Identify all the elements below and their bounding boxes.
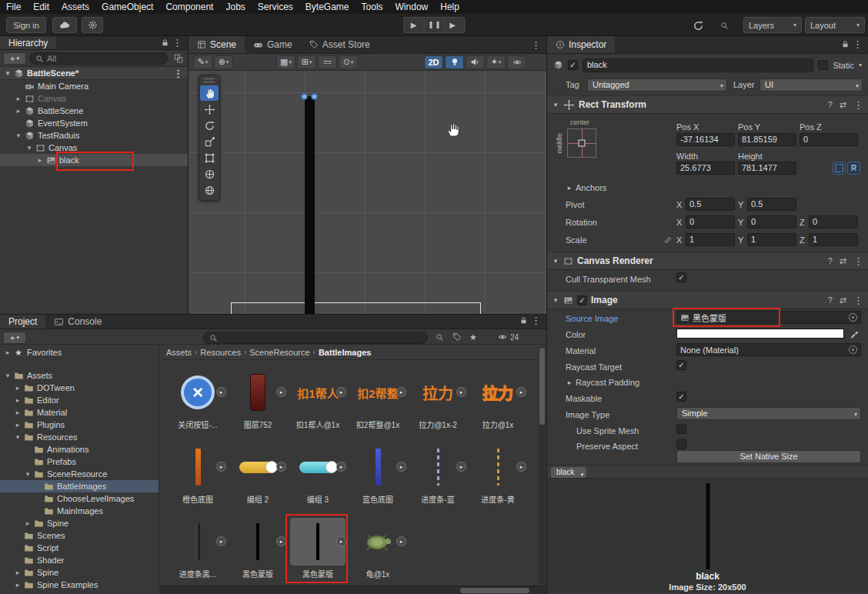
horizontal-scrollbar[interactable] [160, 586, 546, 594]
hierarchy-item-main-camera[interactable]: Main Camera [0, 80, 188, 92]
lock-icon[interactable] [161, 38, 169, 47]
hierarchy-search-input[interactable]: All [29, 52, 168, 65]
eyedropper-icon[interactable] [850, 329, 860, 339]
asset-item-13[interactable]: ▸黑色蒙版 [228, 518, 288, 592]
lighting-toggle[interactable] [445, 55, 464, 69]
color-swatch[interactable] [676, 329, 844, 339]
project-folder-scenes[interactable]: Scenes [0, 529, 159, 542]
rect-handle[interactable] [311, 93, 318, 100]
kebab-icon[interactable]: ⋮ [531, 39, 541, 51]
expand-subassets-button[interactable]: ▸ [336, 536, 346, 546]
menu-file[interactable]: File [0, 0, 27, 14]
expand-subassets-button[interactable]: ▸ [216, 387, 226, 397]
expand-arrow-icon[interactable]: ▾ [13, 433, 22, 441]
help-icon[interactable]: ? [828, 256, 833, 265]
menu-assets[interactable]: Assets [55, 0, 95, 14]
rotate-tool[interactable] [200, 118, 219, 133]
preserve-aspect-checkbox[interactable] [676, 439, 686, 449]
project-folder-mainimages[interactable]: MainImages [0, 505, 159, 517]
project-folder-resources[interactable]: ▾Resources [0, 431, 159, 443]
object-picker-icon[interactable] [849, 345, 857, 354]
expand-subassets-button[interactable]: ▸ [276, 462, 286, 472]
project-folder-favorites[interactable]: ▸★Favorites [0, 346, 159, 359]
hierarchy-item-battlescene[interactable]: ▸BattleScene [0, 105, 188, 117]
anchors-foldout-arrow[interactable]: ▸ [566, 184, 573, 192]
asset-item-5[interactable]: 拉力▸拉力@1x [468, 369, 528, 443]
project-folder-script[interactable]: Script [0, 542, 159, 554]
menu-component[interactable]: Component [159, 0, 219, 14]
expand-subassets-button[interactable]: ▸ [216, 462, 226, 472]
blueprint-mode-button[interactable] [833, 162, 846, 175]
set-native-size-button[interactable]: Set Native Size [676, 450, 861, 463]
raycast-target-checkbox[interactable]: ✓ [676, 360, 686, 370]
preview-object-dropdown[interactable]: black▾ [551, 467, 586, 478]
image-enabled-checkbox[interactable]: ✓ [577, 295, 587, 305]
presets-icon[interactable]: ⇄ [840, 295, 846, 305]
project-folder-spine-examples[interactable]: ▸Spine Examples [0, 579, 159, 591]
search-by-type-icon[interactable] [436, 332, 444, 342]
project-folder-assets[interactable]: ▾Assets [0, 369, 159, 382]
rect-handle[interactable] [301, 93, 308, 100]
expand-subassets-button[interactable]: ▸ [336, 462, 346, 472]
use-sprite-mesh-checkbox[interactable] [676, 424, 686, 434]
skybox-toggle-dropdown[interactable]: ⊕▾ [214, 55, 233, 69]
foldout-arrow-icon[interactable]: ▾ [552, 101, 559, 108]
view-tool[interactable] [200, 85, 219, 101]
project-folder-spine[interactable]: ▸Spine [0, 517, 159, 529]
foldout-arrow-icon[interactable]: ▾ [552, 257, 559, 265]
expand-subassets-button[interactable]: ▸ [396, 536, 406, 546]
expand-arrow-icon[interactable]: ▸ [23, 519, 32, 527]
tab-game[interactable]: Game [245, 36, 301, 53]
gameobject-name-field[interactable]: black [583, 58, 813, 72]
rotation-x-field[interactable]: 0 [686, 215, 735, 229]
search-favorites-icon[interactable]: ★ [469, 332, 477, 342]
asset-item-3[interactable]: 扣2帮整▸扣2帮整@1x [348, 369, 408, 443]
project-folder-material[interactable]: ▸Material [0, 406, 159, 419]
menu-window[interactable]: Window [389, 0, 435, 14]
asset-item-11[interactable]: ▸进度条-黄 [468, 443, 528, 518]
kebab-icon[interactable]: ⋮ [853, 255, 863, 267]
tab-inspector[interactable]: Inspector [547, 36, 615, 53]
anchors-label[interactable]: Anchors [576, 182, 606, 194]
static-flags-caret[interactable]: ▾ [859, 62, 862, 68]
menu-services[interactable]: Services [252, 0, 299, 14]
project-folder-battleimages[interactable]: BattleImages [0, 480, 159, 492]
expand-arrow-icon[interactable]: ▸ [13, 384, 22, 392]
tab-scene[interactable]: Scene [189, 36, 245, 53]
expand-subassets-button[interactable]: ▸ [216, 536, 226, 546]
expand-subassets-button[interactable]: ▸ [456, 462, 466, 472]
project-folder-plugins[interactable]: ▸Plugins [0, 419, 159, 431]
source-image-field[interactable]: 黑色蒙版 [676, 311, 861, 324]
scene-visibility-toggle[interactable] [507, 55, 526, 69]
canvas-renderer-header[interactable]: ▾ Canvas Renderer ?⇄⋮ [547, 252, 868, 270]
raw-edit-mode-button[interactable]: R [847, 162, 860, 175]
foldout-arrow-icon[interactable]: ▾ [552, 296, 559, 304]
vertical-scrollbar[interactable] [539, 346, 546, 585]
expand-arrow-icon[interactable]: ▸ [13, 396, 22, 404]
expand-arrow-icon[interactable]: ▾ [23, 470, 32, 478]
presets-icon[interactable]: ⇄ [840, 100, 846, 110]
rect-tool[interactable] [200, 150, 219, 165]
expand-subassets-button[interactable]: ▸ [336, 387, 346, 397]
search-window-icon[interactable] [174, 54, 183, 63]
hidden-packages-toggle[interactable]: 24 [497, 332, 519, 342]
width-field[interactable]: 25.6773 [676, 162, 735, 175]
hierarchy-item-eventsystem[interactable]: EventSystem [0, 117, 188, 129]
project-folder-shader[interactable]: Shader [0, 554, 159, 566]
project-search-input[interactable] [203, 332, 428, 344]
scale-z-field[interactable]: 1 [809, 233, 858, 246]
kebab-icon[interactable]: ⋮ [853, 99, 863, 111]
layer-dropdown[interactable]: UI▾ [760, 78, 863, 92]
project-folder-textmesh-pro[interactable]: TextMesh Pro [0, 591, 159, 594]
active-checkbox[interactable]: ✓ [568, 60, 578, 70]
tab-console[interactable]: Console [45, 315, 110, 329]
scrollbar-thumb[interactable] [460, 588, 529, 593]
project-folder-spine[interactable]: ▸Spine [0, 566, 159, 579]
expand-subassets-button[interactable]: ▸ [396, 387, 406, 397]
tab-asset-store[interactable]: Asset Store [301, 36, 379, 53]
image-type-dropdown[interactable]: Simple▾ [676, 407, 861, 420]
scale-link-icon[interactable] [663, 235, 673, 245]
hierarchy-item-testraduis[interactable]: ▾TestRaduis [0, 129, 188, 142]
layout-dropdown[interactable]: Layout▾ [805, 17, 865, 33]
scale-x-field[interactable]: 1 [686, 233, 735, 246]
